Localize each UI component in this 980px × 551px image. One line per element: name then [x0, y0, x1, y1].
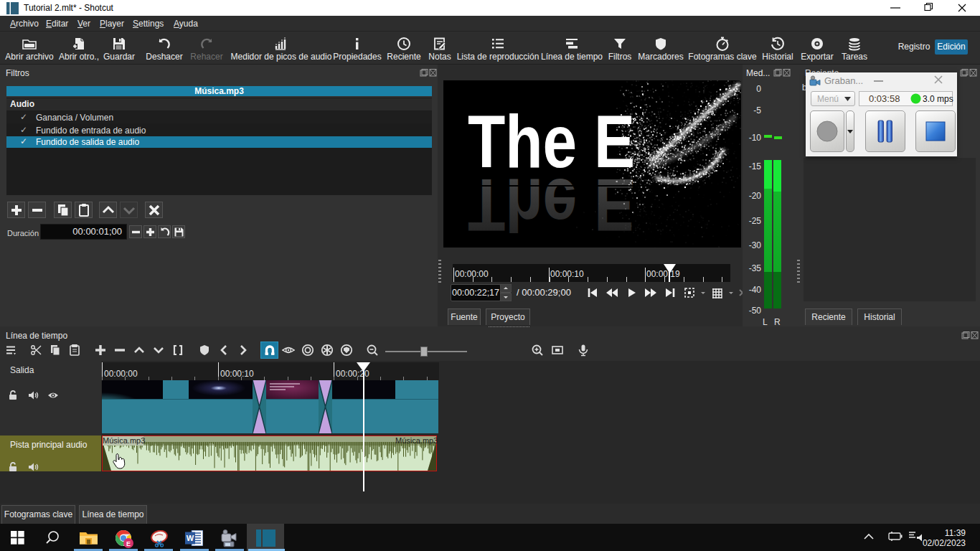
svg-text:The E: The E — [468, 164, 635, 246]
svg-text:W: W — [187, 534, 194, 542]
svg-text:E: E — [126, 540, 131, 547]
